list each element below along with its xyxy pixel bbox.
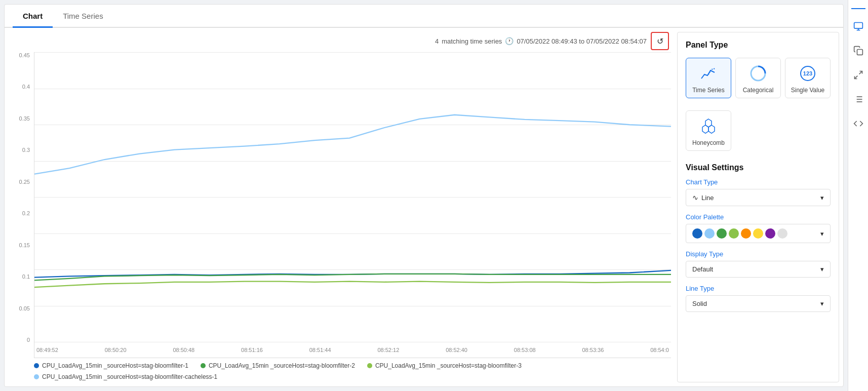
list-icon[interactable] — [851, 92, 865, 106]
color-swatch-1 — [692, 228, 702, 239]
y-label-045: 0.45 — [19, 52, 30, 58]
copy-icon[interactable] — [851, 44, 865, 58]
chart-legend: CPU_LoadAvg_15min _sourceHost=stag-bloom… — [9, 358, 671, 382]
chart-header: 4 matching time series 🕐 07/05/2022 08:4… — [9, 32, 671, 50]
panel-type-time-series[interactable]: Time Series — [686, 58, 731, 98]
x-label-5: 08:51:44 — [309, 347, 331, 353]
legend-item-3: CPU_LoadAvg_15min _sourceHost=stag-bloom… — [367, 362, 522, 369]
y-label-005: 0.05 — [19, 305, 30, 311]
line-cacheless — [34, 115, 671, 174]
svg-rect-8 — [857, 50, 862, 55]
line-type-label: Line Type — [686, 285, 831, 292]
x-label-4: 08:51:16 — [241, 347, 263, 353]
svg-line-10 — [854, 76, 857, 79]
monitor-icon[interactable] — [851, 19, 865, 33]
color-palette-row: Color Palette ▾ — [686, 213, 831, 243]
color-palette-dropdown[interactable]: ▾ — [686, 224, 831, 243]
display-type-label: Display Type — [686, 250, 831, 258]
svg-text:123: 123 — [803, 70, 812, 76]
y-label-02: 0.2 — [22, 210, 30, 216]
panel-type-single-value-label: Single Value — [791, 87, 825, 94]
legend-item-2: CPU_LoadAvg_15min _sourceHost=stag-bloom… — [201, 362, 355, 369]
x-axis: 08:49:52 08:50:20 08:50:48 08:51:16 08:5… — [34, 342, 671, 358]
time-series-info: 4 matching time series 🕐 07/05/2022 08:4… — [435, 37, 647, 45]
honeycomb-icon — [698, 116, 719, 136]
time-range: 07/05/2022 08:49:43 to 07/05/2022 08:54:… — [517, 37, 647, 45]
chart-type-dropdown[interactable]: ∿ Line ▾ — [686, 189, 831, 206]
color-swatch-7 — [765, 228, 775, 239]
chart-plot: 08:49:52 08:50:20 08:50:48 08:51:16 08:5… — [34, 52, 671, 358]
single-value-icon: 123 — [798, 63, 818, 84]
color-swatch-3 — [717, 228, 727, 239]
panel-type-time-series-label: Time Series — [692, 87, 725, 94]
legend-item-1: CPU_LoadAvg_15min _sourceHost=stag-bloom… — [34, 362, 188, 369]
line-icon: ∿ — [692, 193, 698, 202]
tab-bar: Chart Time Series — [5, 5, 843, 28]
code-icon[interactable] — [851, 116, 865, 131]
matching-series-count: 4 — [435, 37, 439, 45]
sidebar-active-indicator — [851, 8, 865, 9]
x-label-10: 08:54:0 — [650, 347, 669, 353]
x-label-1: 08:49:52 — [36, 347, 58, 353]
categorical-icon — [748, 63, 768, 84]
svg-marker-4 — [702, 125, 708, 133]
visual-settings-title: Visual Settings — [686, 163, 831, 172]
tab-time-series[interactable]: Time Series — [53, 5, 113, 28]
color-swatch-6 — [753, 228, 763, 239]
x-label-7: 08:52:40 — [446, 347, 467, 353]
x-label-6: 08:52:12 — [377, 347, 399, 353]
tab-chart[interactable]: Chart — [13, 5, 53, 28]
legend-label-3: CPU_LoadAvg_15min _sourceHost=stag-bloom… — [375, 362, 522, 369]
legend-dot-4 — [34, 374, 39, 379]
legend-dot-2 — [201, 363, 206, 368]
y-axis: 0.45 0.4 0.35 0.3 0.25 0.2 0.15 0.1 0.05… — [9, 52, 34, 358]
legend-dot-3 — [367, 363, 372, 368]
x-label-9: 08:53:36 — [582, 347, 604, 353]
color-swatch-4 — [729, 228, 739, 239]
panel-type-honeycomb-label: Honeycomb — [692, 139, 725, 146]
legend-dot-1 — [34, 363, 39, 368]
color-swatch-5 — [741, 228, 751, 239]
panel-type-categorical[interactable]: Categorical — [735, 58, 781, 98]
display-type-dropdown[interactable]: Default ▾ — [686, 261, 831, 278]
chart-type-value: Line — [701, 194, 714, 202]
clock-icon: 🕐 — [505, 37, 514, 45]
time-series-icon — [698, 63, 719, 84]
y-label-015: 0.15 — [19, 242, 30, 248]
right-panel: Panel Type Time Series — [677, 32, 839, 382]
svg-rect-5 — [854, 23, 862, 29]
y-label-01: 0.1 — [22, 273, 30, 280]
y-label-035: 0.35 — [19, 115, 30, 122]
panel-type-grid: Time Series Categorical — [686, 58, 831, 98]
chart-type-row: Chart Type ∿ Line ▾ — [686, 178, 831, 206]
panel-type-honeycomb[interactable]: Honeycomb — [686, 110, 731, 151]
panel-type-categorical-label: Categorical — [743, 87, 774, 94]
line-type-row: Line Type Solid ▾ — [686, 285, 831, 312]
line-bloomfilter3 — [34, 282, 671, 287]
matching-series-label: matching time series — [442, 37, 502, 45]
chevron-down-icon: ▾ — [820, 194, 824, 202]
legend-label-4: CPU_LoadAvg_15min _sourceHost=stag-bloom… — [42, 373, 217, 380]
legend-item-4: CPU_LoadAvg_15min _sourceHost=stag-bloom… — [34, 373, 217, 380]
legend-label-1: CPU_LoadAvg_15min _sourceHost=stag-bloom… — [42, 362, 188, 369]
y-label-0: 0 — [27, 337, 30, 343]
panel-type-title: Panel Type — [686, 41, 831, 50]
x-label-3: 08:50:48 — [173, 347, 194, 353]
display-type-chevron-icon: ▾ — [820, 265, 824, 273]
line-type-value: Solid — [692, 300, 707, 307]
svg-marker-3 — [708, 125, 715, 133]
display-type-row: Display Type Default ▾ — [686, 250, 831, 278]
line-type-chevron-icon: ▾ — [820, 300, 824, 307]
svg-line-9 — [859, 71, 862, 74]
panel-type-single-value[interactable]: 123 Single Value — [785, 58, 831, 98]
legend-label-2: CPU_LoadAvg_15min _sourceHost=stag-bloom… — [209, 362, 355, 369]
line-type-dropdown[interactable]: Solid ▾ — [686, 295, 831, 312]
resize-icon[interactable] — [851, 68, 865, 82]
refresh-button[interactable]: ↺ — [651, 32, 669, 50]
chart-type-label: Chart Type — [686, 178, 831, 186]
color-palette-chevron-icon: ▾ — [820, 230, 824, 238]
color-palette-label: Color Palette — [686, 213, 831, 221]
right-sidebar — [848, 0, 868, 391]
color-swatch-8 — [777, 228, 787, 239]
y-label-03: 0.3 — [22, 147, 30, 153]
